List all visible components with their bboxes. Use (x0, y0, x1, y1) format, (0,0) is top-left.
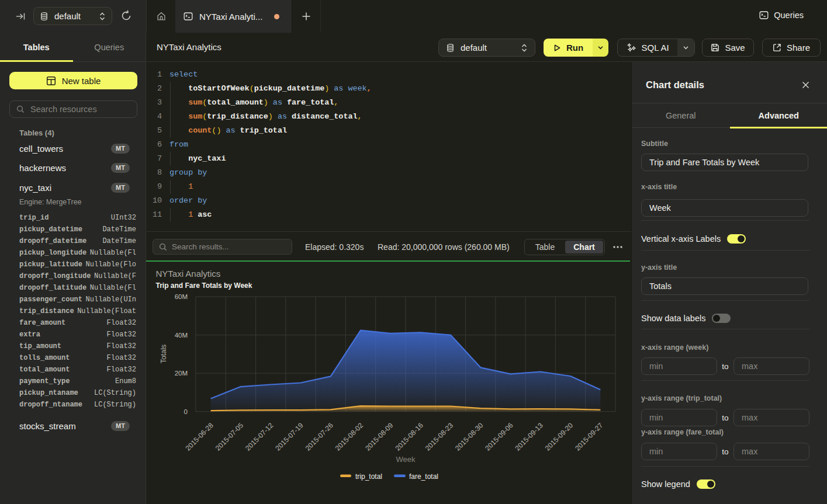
svg-text:Totals: Totals (160, 345, 168, 364)
svg-text:2015-08-23: 2015-08-23 (424, 421, 455, 453)
svg-text:20M: 20M (175, 370, 188, 377)
svg-text:0: 0 (184, 408, 188, 415)
svg-text:2015-09-06: 2015-09-06 (483, 421, 515, 453)
svg-text:2015-08-02: 2015-08-02 (334, 421, 365, 453)
svg-text:2015-07-12: 2015-07-12 (244, 421, 275, 453)
svg-text:2015-07-05: 2015-07-05 (214, 421, 245, 453)
svg-text:40M: 40M (175, 332, 188, 339)
svg-text:2015-08-09: 2015-08-09 (364, 421, 395, 453)
svg-text:2015-07-26: 2015-07-26 (304, 421, 335, 453)
svg-text:2015-07-19: 2015-07-19 (274, 421, 305, 453)
svg-text:2015-08-30: 2015-08-30 (454, 421, 485, 453)
svg-text:2015-09-27: 2015-09-27 (573, 421, 605, 453)
svg-text:Week: Week (396, 455, 416, 464)
svg-text:2015-06-28: 2015-06-28 (184, 421, 215, 453)
svg-text:2015-09-13: 2015-09-13 (514, 421, 545, 453)
svg-text:Trip and Fare Totals by Week: Trip and Fare Totals by Week (156, 281, 252, 290)
svg-text:60M: 60M (175, 293, 188, 300)
svg-text:2015-09-20: 2015-09-20 (544, 421, 575, 453)
svg-text:NYTaxi Analytics: NYTaxi Analytics (156, 269, 221, 279)
svg-text:2015-08-16: 2015-08-16 (393, 421, 425, 453)
svg-text:trip_total: trip_total (355, 472, 382, 481)
svg-text:fare_total: fare_total (409, 472, 438, 481)
